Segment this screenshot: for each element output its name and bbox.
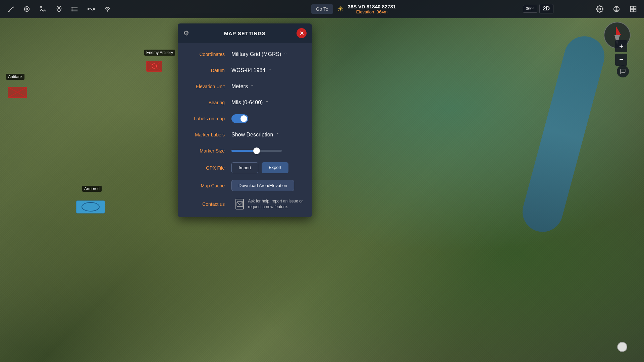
datum-row: Datum WGS-84 1984 ⌃ [178,62,312,78]
map-cache-download-button[interactable]: Download Area/Elevation [231,180,294,191]
gpx-file-row: GPX File Import Export [178,159,312,177]
compass-arrow [613,25,621,36]
toolbar-btn-layers[interactable] [626,2,641,16]
toolbar-btn-list[interactable] [68,2,83,16]
coordinates-value: 36S VD 81840 82781 [348,4,396,9]
contact-us-row: Contact us Ask for help, report an issue… [178,194,312,214]
view-360-button[interactable]: 360° [523,5,537,13]
slider-fill [231,150,254,152]
elevation-unit-select[interactable]: Meters ⌃ [231,83,254,89]
coordinates-select[interactable]: Military Grid (MGRS) ⌃ [231,51,287,57]
bearing-chevron-icon: ⌃ [265,100,269,105]
marker-labels-label: Marker Labels [184,132,231,137]
view-2d-button[interactable]: 2D [539,4,553,13]
svg-point-6 [26,8,28,10]
svg-rect-11 [40,6,42,8]
svg-line-0 [8,7,13,12]
zoom-out-button[interactable]: − [615,54,627,66]
zoom-controls: + − [615,40,627,66]
toolbar-btn-settings[interactable] [592,2,607,16]
settings-gear-icon: ⚙ [183,29,189,37]
gpx-buttons: Import Export [231,162,305,173]
zoom-in-button[interactable]: + [615,40,627,52]
contact-us-label: Contact us [184,201,231,207]
map-cache-label: Map Cache [184,183,231,188]
datum-value: WGS-84 1984 [231,67,265,73]
location-button[interactable] [617,342,627,352]
marker-size-label: Marker Size [184,148,231,154]
marker-enemy-artillery-label: Enemy Artillery [144,50,175,56]
slider-thumb[interactable] [253,147,260,154]
modal-title: MAP SETTINGS [224,31,266,36]
marker-labels-row: Marker Labels Show Description ⌃ [178,127,312,143]
elevation-value: 364m [377,9,388,14]
goto-button[interactable]: Go To [311,4,333,14]
labels-on-map-toggle[interactable] [231,114,248,123]
bearing-row: Bearing Mils (0-6400) ⌃ [178,95,312,111]
mil-symbol-antitank[interactable] [7,86,28,98]
modal-header: ⚙ MAP SETTINGS ✕ [178,23,312,43]
datum-label: Datum [184,68,231,73]
modal-close-button[interactable]: ✕ [297,28,307,38]
elevation-unit-label: Elevation Unit [184,84,231,89]
marker-armored-label: Armored [82,186,102,192]
svg-rect-25 [634,6,636,9]
elevation-display: Elevation 364m [348,9,396,14]
mail-icon[interactable] [235,199,244,209]
chat-button[interactable] [617,65,629,77]
elevation-unit-chevron-icon: ⌃ [251,84,254,89]
marker-labels-select[interactable]: Show Description ⌃ [231,132,279,138]
svg-point-21 [107,10,108,11]
toolbar-btn-marker[interactable] [52,2,66,16]
coordinates-row: Coordinates Military Grid (MGRS) ⌃ [178,46,312,62]
mil-symbol-armored[interactable] [75,199,106,215]
svg-line-3 [10,9,10,10]
marker-size-row: Marker Size [178,143,312,159]
bearing-select[interactable]: Mils (0-6400) ⌃ [231,100,269,106]
svg-point-18 [72,11,72,11]
toolbar-right [592,2,641,16]
coordinates-label: Coordinates [184,52,231,57]
coordinates-value: Military Grid (MGRS) [231,51,281,57]
svg-point-12 [58,7,60,9]
marker-antitank-label: Antitank [6,74,24,80]
marker-labels-value: Show Description [231,132,273,138]
datum-select[interactable]: WGS-84 1984 ⌃ [231,67,271,73]
svg-point-20 [93,8,95,10]
gpx-import-button[interactable]: Import [231,162,258,173]
svg-rect-27 [634,9,636,12]
view-mode-controls: 360° 2D [523,4,553,13]
toolbar-btn-route[interactable] [84,2,99,16]
marker-size-slider-container [231,150,305,152]
svg-point-22 [599,8,601,10]
svg-rect-24 [631,6,633,9]
toolbar-btn-target[interactable] [19,2,34,16]
toolbar-btn-measure[interactable] [3,2,18,16]
marker-size-slider-track[interactable] [231,150,282,152]
toolbar-btn-broadcast[interactable] [100,2,115,16]
marker-labels-chevron-icon: ⌃ [276,132,279,137]
elevation-unit-value: Meters [231,83,248,89]
map-settings-modal: ⚙ MAP SETTINGS ✕ Coordinates Military Gr… [178,23,312,217]
coordinates-display: 36S VD 81840 82781 Elevation 364m [348,4,396,14]
mil-symbol-enemy-artillery[interactable] [146,60,163,72]
modal-body: Coordinates Military Grid (MGRS) ⌃ Datum… [178,43,312,217]
labels-on-map-row: Labels on map [178,111,312,127]
svg-point-16 [72,7,72,8]
toggle-knob [240,115,247,122]
toolbar-btn-draw[interactable] [36,2,50,16]
labels-on-map-label: Labels on map [184,116,231,121]
bearing-value: Mils (0-6400) [231,100,263,106]
gpx-export-button[interactable]: Export [262,162,288,173]
coordinates-chevron-icon: ⌃ [284,52,287,57]
gpx-file-label: GPX File [184,165,231,171]
svg-line-4 [11,8,12,8]
bearing-label: Bearing [184,100,231,105]
sun-icon: ☀ [337,5,344,13]
elevation-unit-row: Elevation Unit Meters ⌃ [178,78,312,95]
toolbar-center: Go To ☀ 36S VD 81840 82781 Elevation 364… [116,4,591,14]
svg-point-17 [72,9,72,9]
svg-rect-26 [631,9,633,12]
toolbar-btn-globe[interactable] [609,2,624,16]
elevation-label: Elevation [356,9,374,14]
